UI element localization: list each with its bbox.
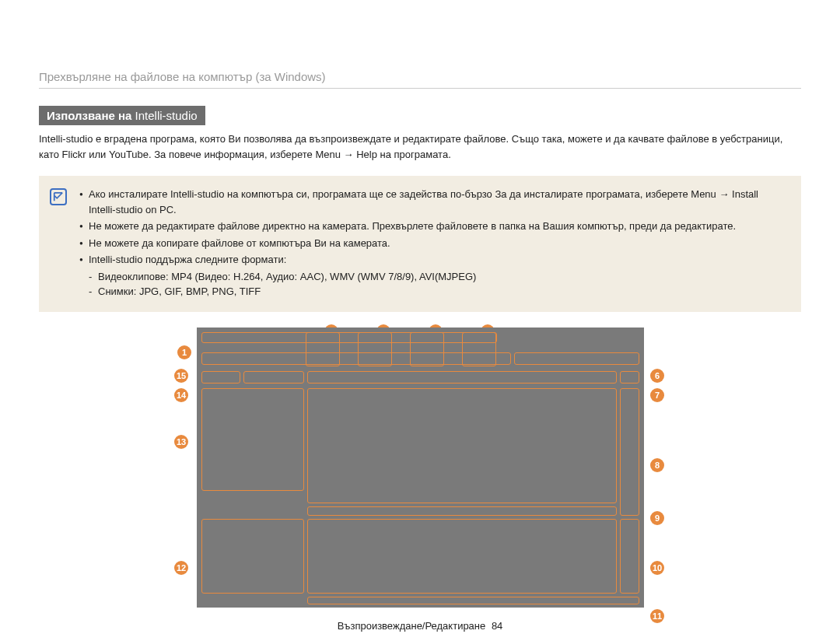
note-subitem: Видеоклипове: MP4 (Видео: H.264, Аудио: … (89, 269, 786, 285)
callout-9: 9 (650, 511, 664, 525)
hl-panel-bl (201, 519, 304, 594)
note-icon (50, 188, 67, 205)
callout-8: 8 (650, 458, 664, 472)
callout-1: 1 (177, 345, 191, 359)
note-item: Ако инсталирате Intelli-studio на компют… (79, 187, 786, 217)
hl-strip-left (201, 352, 511, 365)
callout-7: 7 (650, 388, 664, 402)
intro-paragraph: Intelli-studio е вградена програма, коят… (39, 131, 801, 162)
callout-6: 6 (650, 369, 664, 383)
note-item: Не можете да копирате файлове от компютъ… (79, 236, 786, 251)
hl-strip-main-2 (307, 506, 617, 516)
hl-strip-right (514, 352, 639, 365)
page-footer: Възпроизвеждане/Редактиране 84 (39, 620, 801, 632)
hl-tab-d (620, 371, 639, 384)
section-heading-light: Intelli-studio (131, 109, 197, 122)
footer-page-number: 84 (492, 620, 502, 632)
callout-10: 10 (650, 561, 664, 575)
hl-panel-r2 (620, 519, 639, 594)
hl-panel-left (201, 388, 304, 491)
hl-tab-a (201, 371, 240, 384)
note-item: Не можете да редактирате файлове директн… (79, 219, 786, 234)
hl-panel-bottom (307, 597, 639, 604)
note-subitem: Снимки: JPG, GIF, BMP, PNG, TIFF (89, 284, 786, 299)
hl-panel-right (620, 388, 639, 516)
screenshot-placeholder (197, 328, 644, 608)
callout-11: 11 (650, 609, 664, 623)
footer-section: Възпроизвеждане/Редактиране (338, 620, 486, 632)
breadcrumb: Прехвърляне на файлове на компютър (за W… (39, 70, 801, 89)
note-item: Intelli-studio поддържа следните формати… (79, 252, 786, 299)
section-heading-bold: Използване на (47, 109, 131, 122)
callout-12: 12 (174, 561, 188, 575)
hl-panel-bm (307, 519, 617, 594)
hl-menubar (201, 332, 497, 343)
hl-tab-c (307, 371, 617, 384)
hl-tab-b (243, 371, 304, 384)
note-box: Ако инсталирате Intelli-studio на компют… (39, 176, 801, 312)
section-heading: Използване на Intelli-studio (39, 106, 205, 125)
figure: 2 3 4 5 1 15 14 13 12 6 7 8 9 10 11 (171, 328, 669, 608)
hl-panel-main (307, 388, 617, 503)
callout-14: 14 (174, 388, 188, 402)
note-list: Ако инсталирате Intelli-studio на компют… (79, 187, 786, 301)
callout-15: 15 (174, 369, 188, 383)
callout-13: 13 (174, 435, 188, 449)
